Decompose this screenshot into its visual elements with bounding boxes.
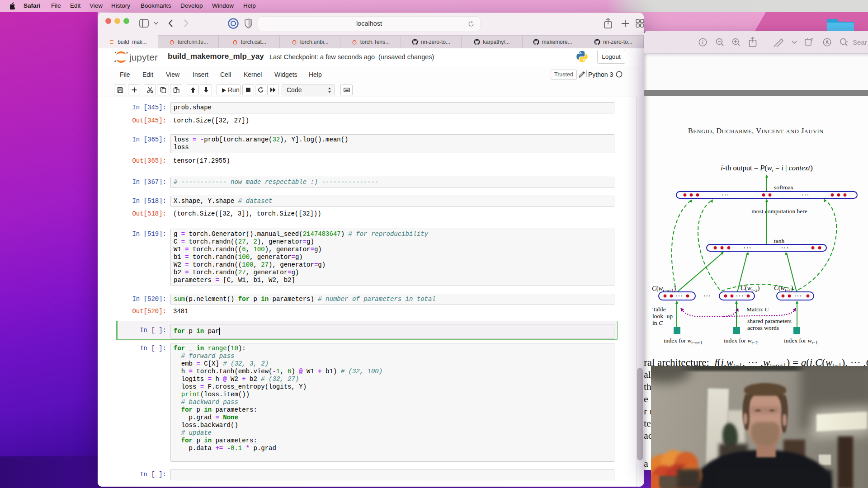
svg-text:index for wt−1: index for wt−1 (784, 337, 818, 345)
svg-text:look−up: look−up (652, 313, 673, 319)
svg-text:across words: across words (747, 324, 779, 331)
svg-text:most computation here: most computation here (751, 208, 807, 215)
svg-text:Table: Table (652, 306, 666, 313)
svg-text:tanh: tanh (774, 238, 784, 244)
svg-text:i-th output = P(wt = i | conte: i-th output = P(wt = i | context) (721, 164, 812, 173)
svg-text:index for wt−n+1: index for wt−n+1 (664, 337, 703, 345)
svg-text:softmax: softmax (774, 184, 794, 191)
svg-text:C(wt−2): C(wt−2) (741, 284, 760, 293)
svg-text:Matrix C: Matrix C (746, 306, 769, 313)
svg-text:index for wt−2: index for wt−2 (724, 337, 758, 345)
svg-text:shared parameters: shared parameters (747, 318, 792, 324)
svg-text:C(wt−1): C(wt−1) (774, 284, 793, 293)
svg-text:in C: in C (652, 319, 663, 326)
